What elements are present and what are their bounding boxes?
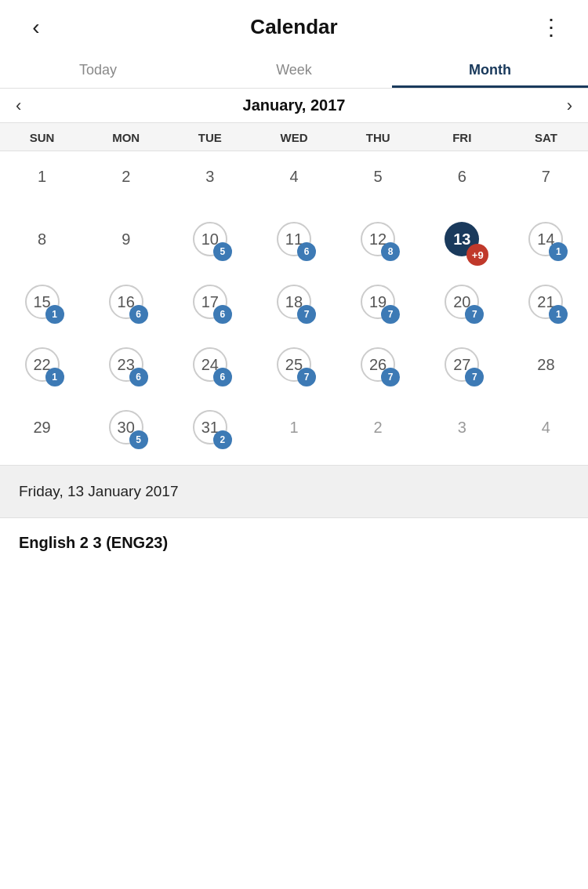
day-number: 28 [528, 347, 563, 382]
cal-cell-w4-d1[interactable]: 305 [84, 402, 168, 465]
event-item[interactable]: English 2 3 (ENG23) [0, 517, 588, 568]
cal-cell-w4-d2[interactable]: 312 [168, 402, 252, 465]
day-number: 7 [528, 159, 563, 194]
cal-cell-w2-d6[interactable]: 211 [504, 277, 588, 339]
prev-month-button[interactable]: ‹ [16, 96, 21, 116]
day-number: 6 [445, 159, 479, 194]
day-header-mon: MON [84, 131, 168, 144]
cal-cell-w3-d1[interactable]: 236 [84, 339, 168, 402]
event-title: English 2 3 (ENG23) [19, 534, 569, 552]
day-header-thu: THU [336, 131, 420, 144]
cal-cell-w2-d3[interactable]: 187 [252, 277, 336, 339]
event-badge: 7 [465, 305, 484, 324]
day-header-fri: FRI [420, 131, 504, 144]
day-number: 211 [528, 285, 563, 319]
cal-cell-w0-d3[interactable]: 4 [252, 151, 336, 214]
event-badge: 5 [129, 430, 148, 449]
day-number: 277 [445, 347, 479, 382]
cal-cell-w1-d1[interactable]: 9 [84, 214, 168, 277]
cal-cell-w2-d0[interactable]: 151 [0, 277, 84, 339]
cal-cell-w0-d5[interactable]: 6 [420, 151, 504, 214]
event-badge: 7 [297, 305, 316, 324]
event-badge: 1 [549, 305, 568, 324]
selected-date-footer: Friday, 13 January 2017 [0, 465, 588, 517]
month-navigation: ‹ January, 2017 › [0, 89, 588, 123]
day-number: 4 [528, 410, 563, 444]
day-number: 151 [25, 285, 60, 319]
day-number: 246 [193, 347, 227, 382]
day-header-sat: SAT [504, 131, 588, 144]
event-badge: 5 [213, 242, 232, 261]
cal-cell-w2-d5[interactable]: 207 [420, 277, 504, 339]
day-number: 9 [109, 222, 143, 256]
cal-cell-w1-d6[interactable]: 141 [504, 214, 588, 277]
more-button[interactable]: ⋮ [535, 14, 569, 40]
cal-cell-w4-d4[interactable]: 2 [336, 402, 420, 465]
back-button[interactable]: ‹ [19, 15, 53, 40]
event-badge: 1 [549, 242, 568, 261]
day-number: 29 [25, 410, 60, 444]
event-badge: 7 [297, 368, 316, 386]
day-number: 166 [109, 285, 143, 319]
cal-cell-w3-d5[interactable]: 277 [420, 339, 504, 402]
cal-cell-w1-d0[interactable]: 8 [0, 214, 84, 277]
cal-cell-w2-d2[interactable]: 176 [168, 277, 252, 339]
day-number: 8 [25, 222, 60, 256]
cal-cell-w0-d0[interactable]: 1 [0, 151, 84, 214]
event-badge: 6 [213, 368, 232, 386]
day-number: 3 [193, 159, 227, 194]
cal-cell-w1-d2[interactable]: 105 [168, 214, 252, 277]
day-number: 305 [109, 410, 143, 444]
cal-cell-w4-d6[interactable]: 4 [504, 402, 588, 465]
day-number: 105 [193, 222, 227, 256]
cal-cell-w3-d4[interactable]: 267 [336, 339, 420, 402]
cal-cell-w1-d3[interactable]: 116 [252, 214, 336, 277]
page-title: Calendar [250, 15, 337, 39]
event-badge: 7 [381, 368, 400, 386]
tab-today[interactable]: Today [0, 51, 196, 88]
day-number: 257 [277, 347, 311, 382]
header: ‹ Calendar ⋮ [0, 0, 588, 51]
cal-cell-w4-d5[interactable]: 3 [420, 402, 504, 465]
cal-cell-w3-d6[interactable]: 28 [504, 339, 588, 402]
cal-cell-w2-d1[interactable]: 166 [84, 277, 168, 339]
cal-cell-w0-d4[interactable]: 5 [336, 151, 420, 214]
day-headers: SUN MON TUE WED THU FRI SAT [0, 123, 588, 151]
day-number: 207 [445, 285, 479, 319]
tab-week[interactable]: Week [196, 51, 392, 88]
event-badge: 7 [381, 305, 400, 324]
day-header-wed: WED [252, 131, 336, 144]
cal-cell-w1-d4[interactable]: 128 [336, 214, 420, 277]
cal-cell-w0-d1[interactable]: 2 [84, 151, 168, 214]
day-number: 2 [361, 410, 395, 444]
event-badge: 1 [45, 368, 64, 386]
cal-cell-w0-d2[interactable]: 3 [168, 151, 252, 214]
event-badge: 6 [129, 305, 148, 324]
tab-month[interactable]: Month [392, 51, 588, 88]
cal-cell-w3-d2[interactable]: 246 [168, 339, 252, 402]
day-number: 312 [193, 410, 227, 444]
cal-cell-w4-d3[interactable]: 1 [252, 402, 336, 465]
calendar-grid: 12345678910511612813+9141151166176187197… [0, 151, 588, 465]
day-number: 176 [193, 285, 227, 319]
day-number: 3 [445, 410, 479, 444]
day-number: 1 [25, 159, 60, 194]
cal-cell-w3-d3[interactable]: 257 [252, 339, 336, 402]
event-badge: 6 [129, 368, 148, 386]
cal-cell-w3-d0[interactable]: 221 [0, 339, 84, 402]
cal-cell-w1-d5[interactable]: 13+9 [420, 214, 504, 277]
day-header-sun: SUN [0, 131, 84, 144]
event-badge: +9 [466, 244, 488, 266]
next-month-button[interactable]: › [567, 96, 572, 116]
tabs-bar: Today Week Month [0, 51, 588, 89]
cal-cell-w2-d4[interactable]: 197 [336, 277, 420, 339]
cal-cell-w0-d6[interactable]: 7 [504, 151, 588, 214]
day-number: 128 [361, 222, 395, 256]
cal-cell-w4-d0[interactable]: 29 [0, 402, 84, 465]
event-badge: 8 [381, 242, 400, 261]
day-number: 141 [528, 222, 563, 256]
event-badge: 6 [213, 305, 232, 324]
event-badge: 7 [465, 368, 484, 386]
day-number: 267 [361, 347, 395, 382]
day-number: 197 [361, 285, 395, 319]
